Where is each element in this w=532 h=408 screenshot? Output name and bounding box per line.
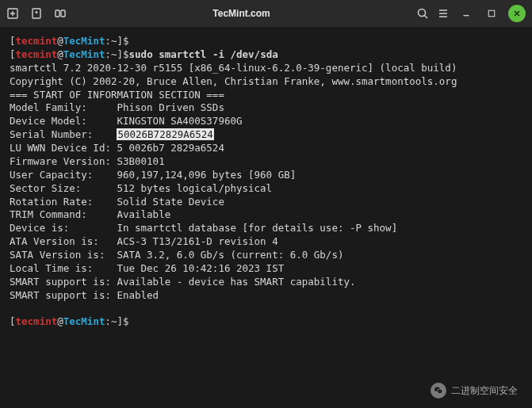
window-titlebar: TecMint.com [0, 0, 532, 27]
output-lu-wwn: LU WWN Device Id: 5 0026b7 2829a6524 [10, 142, 522, 155]
output-firmware: Firmware Version: S3B00101 [10, 155, 522, 169]
output-smart-2: SMART support is: Enabled [10, 289, 522, 303]
command-text: sudo smartctl -i /dev/sda [129, 48, 278, 60]
output-section: === START OF INFORMATION SECTION === [10, 89, 522, 102]
output-device-model: Device Model: KINGSTON SA400S37960G [10, 115, 522, 128]
output-version: smartctl 7.2 2020-12-30 r5155 [x86_64-li… [10, 62, 522, 75]
search-icon[interactable] [416, 7, 429, 20]
output-user-capacity: User Capacity: 960,197,124,096 bytes [96… [10, 169, 522, 182]
output-serial: Serial Number: 50026B72829A6524 [10, 128, 522, 142]
prompt-line-2: [tecmint@TecMint:~]$sudo smartctl -i /de… [10, 48, 522, 62]
output-sector-size: Sector Size: 512 bytes logical/physical [10, 182, 522, 196]
titlebar-controls [416, 5, 526, 22]
output-smart-1: SMART support is: Available - device has… [10, 276, 522, 289]
output-ata-version: ATA Version is: ACS-3 T13/2161-D revisio… [10, 235, 522, 249]
wechat-icon [431, 383, 446, 398]
svg-rect-3 [61, 10, 65, 17]
prompt-host: TecMint [63, 35, 105, 47]
maximize-button[interactable] [483, 5, 500, 22]
output-device-is: Device is: In smartctl database [for det… [10, 222, 522, 235]
svg-rect-5 [488, 10, 495, 17]
split-icon[interactable] [54, 7, 67, 20]
serial-number-highlight: 50026B72829A6524 [117, 128, 213, 140]
output-sata-version: SATA Version is: SATA 3.2, 6.0 Gb/s (cur… [10, 249, 522, 262]
watermark-text: 二进制空间安全 [451, 384, 518, 398]
window-title: TecMint.com [67, 8, 416, 19]
watermark: 二进制空间安全 [431, 383, 518, 398]
new-tab-icon[interactable] [6, 7, 19, 20]
output-local-time: Local Time is: Tue Dec 26 10:42:16 2023 … [10, 262, 522, 276]
prompt-line-3: [tecmint@TecMint:~]$ [10, 315, 522, 329]
titlebar-tabs [6, 7, 67, 20]
svg-point-4 [419, 10, 426, 17]
new-window-icon[interactable] [30, 7, 43, 20]
output-rotation-rate: Rotation Rate: Solid State Device [10, 196, 522, 209]
close-button[interactable] [508, 5, 526, 22]
menu-icon[interactable] [437, 7, 450, 20]
terminal-body[interactable]: [tecmint@TecMint:~]$ [tecmint@TecMint:~]… [0, 27, 532, 337]
prompt-user: tecmint [16, 35, 58, 47]
svg-rect-2 [55, 10, 59, 17]
output-copyright: Copyright (C) 2002-20, Bruce Allen, Chri… [10, 75, 522, 89]
prompt-line-1: [tecmint@TecMint:~]$ [10, 35, 522, 48]
output-trim: TRIM Command: Available [10, 208, 522, 222]
minimize-button[interactable] [457, 5, 475, 22]
output-model-family: Model Family: Phison Driven SSDs [10, 101, 522, 115]
